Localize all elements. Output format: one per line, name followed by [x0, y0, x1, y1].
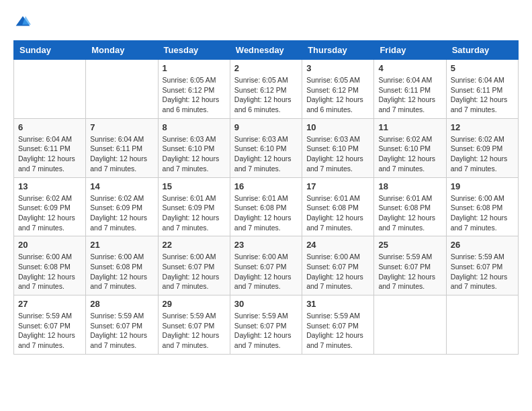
day-number: 12 [451, 122, 514, 132]
calendar-cell: 31Sunrise: 5:59 AM Sunset: 6:07 PM Dayli… [302, 295, 374, 355]
calendar-cell: 3Sunrise: 6:05 AM Sunset: 6:12 PM Daylig… [302, 60, 374, 119]
day-info: Sunrise: 6:01 AM Sunset: 6:08 PM Dayligh… [378, 193, 441, 233]
calendar-cell: 18Sunrise: 6:01 AM Sunset: 6:08 PM Dayli… [374, 177, 446, 236]
day-number: 14 [90, 181, 153, 191]
calendar-cell: 21Sunrise: 6:00 AM Sunset: 6:08 PM Dayli… [86, 236, 158, 295]
calendar-table: SundayMondayTuesdayWednesdayThursdayFrid… [13, 40, 519, 355]
day-info: Sunrise: 5:59 AM Sunset: 6:07 PM Dayligh… [163, 311, 226, 351]
day-info: Sunrise: 6:04 AM Sunset: 6:11 PM Dayligh… [378, 75, 441, 115]
calendar-cell: 6Sunrise: 6:04 AM Sunset: 6:11 PM Daylig… [14, 118, 86, 177]
day-number: 7 [90, 122, 153, 132]
day-number: 1 [163, 63, 226, 73]
calendar-week-row: 27Sunrise: 5:59 AM Sunset: 6:07 PM Dayli… [14, 295, 519, 355]
calendar-cell: 11Sunrise: 6:02 AM Sunset: 6:10 PM Dayli… [374, 118, 446, 177]
calendar-cell: 10Sunrise: 6:03 AM Sunset: 6:10 PM Dayli… [302, 118, 374, 177]
day-number: 15 [163, 181, 226, 191]
calendar-cell: 15Sunrise: 6:01 AM Sunset: 6:09 PM Dayli… [158, 177, 230, 236]
day-info: Sunrise: 6:00 AM Sunset: 6:07 PM Dayligh… [306, 252, 369, 291]
page-header [13, 13, 519, 30]
day-info: Sunrise: 6:04 AM Sunset: 6:11 PM Dayligh… [18, 134, 81, 174]
day-number: 3 [306, 63, 369, 73]
day-info: Sunrise: 5:59 AM Sunset: 6:07 PM Dayligh… [378, 252, 441, 291]
calendar-week-row: 6Sunrise: 6:04 AM Sunset: 6:11 PM Daylig… [14, 118, 519, 177]
day-info: Sunrise: 6:02 AM Sunset: 6:09 PM Dayligh… [90, 193, 153, 233]
day-info: Sunrise: 5:59 AM Sunset: 6:07 PM Dayligh… [18, 311, 81, 351]
day-of-week-header: Saturday [446, 41, 518, 60]
calendar-cell [14, 60, 86, 119]
day-number: 31 [306, 299, 369, 309]
day-info: Sunrise: 6:04 AM Sunset: 6:11 PM Dayligh… [90, 134, 153, 174]
day-of-week-header: Sunday [14, 41, 86, 60]
calendar-cell: 19Sunrise: 6:00 AM Sunset: 6:08 PM Dayli… [446, 177, 518, 236]
day-info: Sunrise: 6:04 AM Sunset: 6:11 PM Dayligh… [451, 75, 514, 115]
day-number: 16 [234, 181, 298, 191]
day-number: 18 [378, 181, 441, 191]
calendar-cell: 25Sunrise: 5:59 AM Sunset: 6:07 PM Dayli… [374, 236, 446, 295]
day-info: Sunrise: 6:05 AM Sunset: 6:12 PM Dayligh… [306, 75, 369, 115]
calendar-cell: 23Sunrise: 6:00 AM Sunset: 6:07 PM Dayli… [230, 236, 302, 295]
calendar-cell: 4Sunrise: 6:04 AM Sunset: 6:11 PM Daylig… [374, 60, 446, 119]
day-number: 8 [163, 122, 226, 132]
day-of-week-header: Wednesday [230, 41, 302, 60]
day-info: Sunrise: 6:02 AM Sunset: 6:09 PM Dayligh… [451, 134, 514, 174]
calendar-cell: 12Sunrise: 6:02 AM Sunset: 6:09 PM Dayli… [446, 118, 518, 177]
day-number: 11 [378, 122, 441, 132]
calendar-cell: 17Sunrise: 6:01 AM Sunset: 6:08 PM Dayli… [302, 177, 374, 236]
calendar-cell: 13Sunrise: 6:02 AM Sunset: 6:09 PM Dayli… [14, 177, 86, 236]
day-of-week-header: Tuesday [158, 41, 230, 60]
day-number: 26 [451, 240, 514, 250]
day-number: 23 [234, 240, 298, 250]
day-info: Sunrise: 6:00 AM Sunset: 6:07 PM Dayligh… [163, 252, 226, 291]
day-info: Sunrise: 5:59 AM Sunset: 6:07 PM Dayligh… [90, 311, 153, 351]
day-number: 2 [234, 63, 298, 73]
day-info: Sunrise: 6:00 AM Sunset: 6:08 PM Dayligh… [451, 193, 514, 233]
calendar-cell: 5Sunrise: 6:04 AM Sunset: 6:11 PM Daylig… [446, 60, 518, 119]
calendar-cell: 1Sunrise: 6:05 AM Sunset: 6:12 PM Daylig… [158, 60, 230, 119]
day-info: Sunrise: 6:00 AM Sunset: 6:07 PM Dayligh… [234, 252, 298, 291]
day-info: Sunrise: 6:03 AM Sunset: 6:10 PM Dayligh… [163, 134, 226, 174]
day-info: Sunrise: 6:00 AM Sunset: 6:08 PM Dayligh… [90, 252, 153, 291]
calendar-cell [86, 60, 158, 119]
calendar-cell: 20Sunrise: 6:00 AM Sunset: 6:08 PM Dayli… [14, 236, 86, 295]
day-number: 25 [378, 240, 441, 250]
day-of-week-header: Thursday [302, 41, 374, 60]
day-info: Sunrise: 6:01 AM Sunset: 6:08 PM Dayligh… [234, 193, 298, 233]
calendar-cell: 2Sunrise: 6:05 AM Sunset: 6:12 PM Daylig… [230, 60, 302, 119]
calendar-cell: 22Sunrise: 6:00 AM Sunset: 6:07 PM Dayli… [158, 236, 230, 295]
day-info: Sunrise: 6:03 AM Sunset: 6:10 PM Dayligh… [234, 134, 298, 174]
day-number: 29 [163, 299, 226, 309]
calendar-cell: 30Sunrise: 5:59 AM Sunset: 6:07 PM Dayli… [230, 295, 302, 355]
day-number: 13 [18, 181, 81, 191]
day-info: Sunrise: 6:05 AM Sunset: 6:12 PM Dayligh… [163, 75, 226, 115]
day-info: Sunrise: 6:05 AM Sunset: 6:12 PM Dayligh… [234, 75, 298, 115]
day-info: Sunrise: 6:01 AM Sunset: 6:09 PM Dayligh… [163, 193, 226, 233]
calendar-cell: 16Sunrise: 6:01 AM Sunset: 6:08 PM Dayli… [230, 177, 302, 236]
logo-icon [15, 13, 31, 30]
calendar-cell: 7Sunrise: 6:04 AM Sunset: 6:11 PM Daylig… [86, 118, 158, 177]
day-number: 9 [234, 122, 298, 132]
day-number: 30 [234, 299, 298, 309]
day-info: Sunrise: 5:59 AM Sunset: 6:07 PM Dayligh… [306, 311, 369, 351]
day-number: 22 [163, 240, 226, 250]
day-info: Sunrise: 6:02 AM Sunset: 6:09 PM Dayligh… [18, 193, 81, 233]
day-number: 6 [18, 122, 81, 132]
calendar-header-row: SundayMondayTuesdayWednesdayThursdayFrid… [14, 41, 519, 60]
day-number: 10 [306, 122, 369, 132]
calendar-week-row: 13Sunrise: 6:02 AM Sunset: 6:09 PM Dayli… [14, 177, 519, 236]
calendar-cell: 27Sunrise: 5:59 AM Sunset: 6:07 PM Dayli… [14, 295, 86, 355]
day-number: 27 [18, 299, 81, 309]
calendar-cell: 9Sunrise: 6:03 AM Sunset: 6:10 PM Daylig… [230, 118, 302, 177]
day-number: 21 [90, 240, 153, 250]
day-of-week-header: Friday [374, 41, 446, 60]
day-info: Sunrise: 5:59 AM Sunset: 6:07 PM Dayligh… [234, 311, 298, 351]
calendar-cell: 26Sunrise: 5:59 AM Sunset: 6:07 PM Dayli… [446, 236, 518, 295]
day-number: 17 [306, 181, 369, 191]
day-info: Sunrise: 6:00 AM Sunset: 6:08 PM Dayligh… [18, 252, 81, 291]
calendar-cell: 29Sunrise: 5:59 AM Sunset: 6:07 PM Dayli… [158, 295, 230, 355]
calendar-cell: 28Sunrise: 5:59 AM Sunset: 6:07 PM Dayli… [86, 295, 158, 355]
day-info: Sunrise: 5:59 AM Sunset: 6:07 PM Dayligh… [451, 252, 514, 291]
day-info: Sunrise: 6:02 AM Sunset: 6:10 PM Dayligh… [378, 134, 441, 174]
day-of-week-header: Monday [86, 41, 158, 60]
day-number: 28 [90, 299, 153, 309]
day-number: 20 [18, 240, 81, 250]
